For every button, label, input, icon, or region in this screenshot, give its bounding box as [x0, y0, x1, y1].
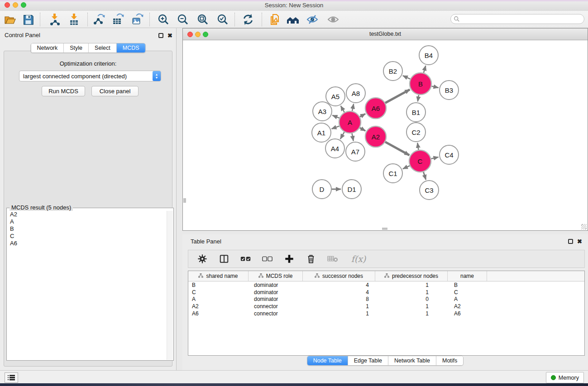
- table-cell[interactable]: A: [188, 296, 249, 302]
- network-edge-A-A2[interactable]: [360, 128, 366, 131]
- network-node-C1[interactable]: C1: [383, 164, 402, 183]
- network-edge-B-B2[interactable]: [403, 76, 410, 79]
- network-edge-A-A8[interactable]: [352, 104, 354, 111]
- tab-network[interactable]: Network: [31, 43, 64, 52]
- function-builder-icon[interactable]: f(x): [349, 253, 368, 265]
- network-edge-A-A5[interactable]: [341, 106, 344, 112]
- network-edge-A-A6[interactable]: [360, 114, 365, 117]
- table-cell[interactable]: A6: [188, 310, 249, 317]
- add-column-icon[interactable]: [283, 253, 295, 265]
- table-cell[interactable]: connector: [249, 310, 303, 317]
- table-cell[interactable]: C: [188, 289, 249, 295]
- tab-motifs[interactable]: Motifs: [436, 356, 463, 365]
- result-list-scrollbar[interactable]: [167, 211, 173, 360]
- network-node-A7[interactable]: A7: [346, 142, 365, 161]
- table-cell[interactable]: 1: [303, 303, 375, 310]
- tab-select[interactable]: Select: [89, 43, 117, 52]
- show-graphics-details-button[interactable]: [325, 12, 341, 27]
- network-node-B[interactable]: B: [410, 73, 431, 95]
- column-header-name[interactable]: name: [448, 271, 487, 281]
- table-cell[interactable]: A2: [448, 303, 487, 310]
- network-edge-A-A7[interactable]: [352, 133, 354, 141]
- table-cell[interactable]: dominator: [249, 289, 303, 295]
- network-node-A3[interactable]: A3: [313, 102, 332, 121]
- split-view-icon[interactable]: [218, 253, 230, 265]
- float-panel-icon[interactable]: [158, 33, 163, 38]
- memory-button[interactable]: Memory: [546, 372, 584, 383]
- network-edge-B-B3[interactable]: [431, 86, 438, 87]
- network-node-A6[interactable]: A6: [365, 98, 386, 119]
- export-table-button[interactable]: [110, 12, 125, 27]
- mcds-result-item[interactable]: A: [10, 218, 167, 225]
- network-edge-A-A3[interactable]: [332, 115, 339, 118]
- network-node-A8[interactable]: A8: [346, 84, 365, 103]
- export-image-button[interactable]: [129, 12, 145, 27]
- open-session-button[interactable]: [2, 12, 18, 27]
- optimization-criterion-dropdown[interactable]: largest connected component (directed) ▲…: [19, 71, 161, 81]
- gear-icon[interactable]: [196, 253, 208, 265]
- close-panel-icon[interactable]: ✖: [167, 33, 172, 38]
- network-edge-C-C4[interactable]: [431, 157, 438, 159]
- table-cell[interactable]: A6: [448, 310, 487, 317]
- zoom-in-button[interactable]: [156, 12, 171, 27]
- mcds-result-item[interactable]: B: [10, 225, 167, 233]
- table-cell[interactable]: 4: [303, 289, 375, 295]
- table-cell[interactable]: dominator: [249, 282, 303, 288]
- network-edge-B-B1[interactable]: [418, 95, 419, 102]
- close-panel-button[interactable]: Close panel: [91, 86, 139, 96]
- network-edge-C-C3[interactable]: [423, 172, 425, 180]
- hide-graphics-details-button[interactable]: [305, 12, 320, 27]
- network-node-A1[interactable]: A1: [312, 123, 331, 142]
- table-cell[interactable]: C: [448, 289, 487, 295]
- network-node-C4[interactable]: C4: [440, 145, 459, 164]
- network-node-B4[interactable]: B4: [419, 46, 438, 65]
- tab-network-table[interactable]: Network Table: [388, 356, 436, 365]
- network-node-A2[interactable]: A2: [365, 126, 386, 147]
- tab-edge-table[interactable]: Edge Table: [348, 356, 388, 365]
- table-cell[interactable]: 1: [375, 289, 448, 295]
- task-history-button[interactable]: [5, 372, 18, 383]
- table-row[interactable]: A6connector11A6: [188, 310, 584, 317]
- tab-mcds[interactable]: MCDS: [117, 43, 145, 52]
- column-header-MCDS-role[interactable]: MCDS role: [249, 271, 303, 281]
- mcds-result-item[interactable]: A2: [10, 211, 167, 218]
- network-node-A[interactable]: A: [339, 111, 361, 133]
- network-node-C[interactable]: C: [409, 150, 431, 172]
- table-cell[interactable]: 1: [375, 310, 448, 317]
- refresh-button[interactable]: [240, 12, 256, 27]
- run-mcds-button[interactable]: Run MCDS: [42, 86, 85, 96]
- zoom-fit-button[interactable]: [195, 12, 210, 27]
- table-cell[interactable]: 1: [375, 303, 448, 310]
- network-edge-A2-C[interactable]: [385, 142, 409, 155]
- network-node-C2[interactable]: C2: [406, 123, 425, 142]
- table-cell[interactable]: 8: [303, 296, 375, 302]
- network-vertical-scroll-thumb[interactable]: [183, 198, 186, 203]
- network-node-B2[interactable]: B2: [383, 62, 402, 81]
- table-cell[interactable]: dominator: [249, 296, 303, 302]
- mcds-result-item[interactable]: A6: [10, 240, 167, 247]
- table-cell[interactable]: B: [448, 282, 487, 288]
- delete-table-icon[interactable]: [327, 253, 339, 265]
- table-row[interactable]: A2connector11A2: [188, 303, 584, 310]
- export-network-button[interactable]: [91, 12, 106, 27]
- table-cell[interactable]: B: [188, 282, 249, 288]
- network-node-D1[interactable]: D1: [342, 180, 361, 199]
- table-cell[interactable]: connector: [249, 303, 303, 310]
- table-cell[interactable]: 0: [375, 296, 448, 302]
- network-edge-A6-B[interactable]: [385, 90, 410, 103]
- network-node-D[interactable]: D: [312, 180, 331, 199]
- table-cell[interactable]: 1: [303, 310, 375, 317]
- table-row[interactable]: Bdominator41B: [188, 281, 584, 289]
- home-button[interactable]: [285, 12, 301, 27]
- network-edge-C-C1[interactable]: [403, 166, 410, 169]
- network-node-C3[interactable]: C3: [420, 181, 439, 200]
- table-float-icon[interactable]: [568, 239, 573, 244]
- network-edge-B-B4[interactable]: [424, 66, 426, 73]
- table-row[interactable]: Cdominator41C: [188, 289, 584, 296]
- network-node-B3[interactable]: B3: [440, 81, 459, 100]
- mcds-result-item[interactable]: C: [10, 233, 167, 240]
- zoom-selected-button[interactable]: [215, 12, 230, 27]
- table-cell[interactable]: 4: [303, 282, 375, 288]
- table-row[interactable]: Adominator80A: [188, 296, 584, 303]
- deselect-all-icon[interactable]: [262, 253, 273, 265]
